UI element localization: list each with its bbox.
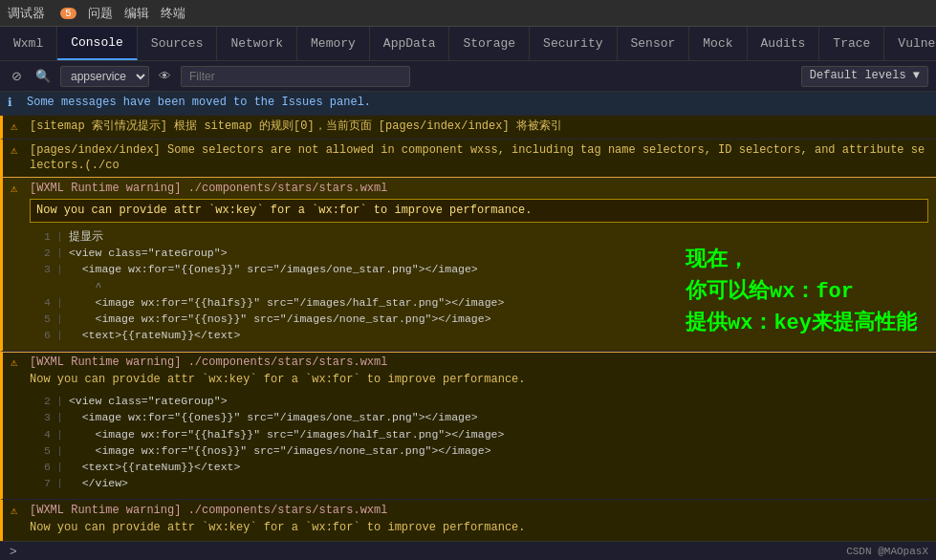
tab-vulnerability[interactable]: Vulnerability xyxy=(884,27,936,60)
status-bar: > CSDN @MAOpasX xyxy=(0,541,936,560)
code-block-1: 1|提显示 2|<view class="rateGroup"> 3| <ima… xyxy=(30,226,928,346)
tab-mock[interactable]: Mock xyxy=(689,27,747,60)
filter-input[interactable] xyxy=(181,66,410,87)
tab-storage[interactable]: Storage xyxy=(449,27,530,60)
menu-terminal[interactable]: 终端 xyxy=(161,5,185,22)
menu-badge: 5 xyxy=(60,8,76,19)
tab-audits[interactable]: Audits xyxy=(748,27,820,60)
eye-button[interactable]: 👁 xyxy=(155,67,175,85)
tab-memory[interactable]: Memory xyxy=(297,27,370,60)
msg-header: [WXML Runtime warning] ./components/star… xyxy=(30,181,928,197)
msg-highlight: Now you can provide attr `wx:key` for a … xyxy=(30,199,928,223)
console-message-info: ℹ Some messages have been moved to the I… xyxy=(0,92,936,116)
msg-content-3: [WXML Runtime warning] ./components/star… xyxy=(30,503,928,541)
filter-toggle[interactable]: 🔍 xyxy=(32,67,54,85)
context-select[interactable]: appservice xyxy=(60,66,149,87)
msg-content-selected: [WXML Runtime warning] ./components/star… xyxy=(30,181,928,347)
tab-network[interactable]: Network xyxy=(217,27,297,60)
msg-text: [sitemap 索引情况提示] 根据 sitemap 的规则[0]，当前页面 … xyxy=(30,118,928,135)
clear-button[interactable]: ⊘ xyxy=(8,67,26,85)
menu-bar: 调试器 5 问题 编辑 终端 xyxy=(0,0,936,27)
info-icon: ℹ xyxy=(8,96,23,112)
console-message-warning3: ⚠ [WXML Runtime warning] ./components/st… xyxy=(0,500,936,541)
console-output[interactable]: ℹ Some messages have been moved to the I… xyxy=(0,92,936,541)
menu-edit[interactable]: 编辑 xyxy=(124,5,149,22)
msg-header-3: [WXML Runtime warning] ./components/star… xyxy=(30,503,928,519)
tab-wxml[interactable]: Wxml xyxy=(0,27,57,60)
console-message-warning2: ⚠ [WXML Runtime warning] ./components/st… xyxy=(0,352,936,500)
msg-text: [pages/index/index] Some selectors are n… xyxy=(30,142,928,175)
msg-text-3: Now you can provide attr `wx:key` for a … xyxy=(30,520,928,536)
tab-security[interactable]: Security xyxy=(530,27,617,60)
console-message-pages: ⚠ [pages/index/index] Some selectors are… xyxy=(0,140,936,179)
tab-sources[interactable]: Sources xyxy=(138,27,218,60)
menu-issues[interactable]: 问题 xyxy=(88,5,113,22)
tab-sensor[interactable]: Sensor xyxy=(618,27,690,60)
msg-text-2: Now you can provide attr `wx:key` for a … xyxy=(30,372,928,388)
warning-icon-4: ⚠ xyxy=(11,355,26,372)
warning-icon-5: ⚠ xyxy=(11,504,26,520)
tab-trace[interactable]: Trace xyxy=(819,27,884,60)
msg-header-2: [WXML Runtime warning] ./components/star… xyxy=(30,355,928,371)
levels-dropdown[interactable]: Default levels ▼ xyxy=(801,66,928,87)
warning-icon: ⚠ xyxy=(11,119,26,136)
menu-debugger[interactable]: 调试器 xyxy=(8,5,45,22)
watermark: CSDN @MAOpasX xyxy=(846,546,928,557)
warning-icon-2: ⚠ xyxy=(11,143,26,160)
toolbar: ⊘ 🔍 appservice 👁 Default levels ▼ xyxy=(0,61,936,92)
console-message-sitemap: ⚠ [sitemap 索引情况提示] 根据 sitemap 的规则[0]，当前页… xyxy=(0,116,936,140)
warning-icon-3: ⚠ xyxy=(11,182,26,198)
console-prompt[interactable]: > xyxy=(8,544,19,558)
console-message-selected[interactable]: ⚠ [WXML Runtime warning] ./components/st… xyxy=(0,178,936,351)
code-block-2: 2|<view class="rateGroup"> 3| <image wx:… xyxy=(30,391,928,494)
tab-console[interactable]: Console xyxy=(57,27,138,60)
code-block-3: 3| <image wx:for="{{ones}}" src="/images… xyxy=(30,539,928,541)
tab-bar: Wxml Console Sources Network Memory AppD… xyxy=(0,27,936,61)
msg-text: Some messages have been moved to the Iss… xyxy=(27,95,928,111)
msg-content-2: [WXML Runtime warning] ./components/star… xyxy=(30,355,928,496)
tab-appdata[interactable]: AppData xyxy=(370,27,450,60)
